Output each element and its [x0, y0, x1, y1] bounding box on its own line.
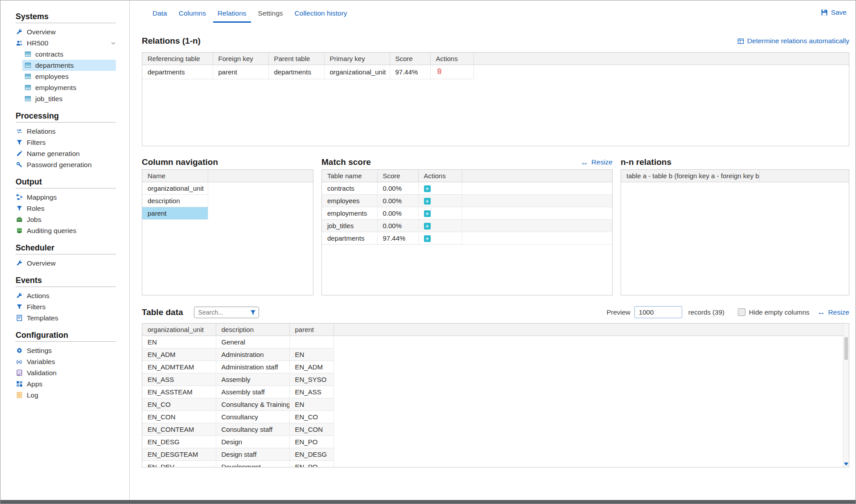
match-score-table: Table nameScoreActionscontracts0.00%+emp…	[321, 169, 613, 295]
sidebar-item-processing-filters[interactable]: Filters	[14, 137, 116, 148]
match-score-row[interactable]: employments0.00%+	[322, 207, 612, 219]
add-relation-button[interactable]: +	[424, 185, 431, 192]
nn-relations-column-header[interactable]: table a - table b (foreign key a - forei…	[621, 170, 759, 182]
match-score-row[interactable]: employees0.00%+	[322, 194, 612, 207]
match-score-column-header[interactable]: Score	[377, 170, 418, 182]
scrollbar-thumb[interactable]	[844, 337, 848, 360]
relations-column-header[interactable]: Parent table	[268, 53, 324, 65]
relations-icon	[16, 128, 23, 135]
tab-data[interactable]: Data	[148, 8, 172, 23]
table-row[interactable]: EN_COConsultancy & TrainingEN	[142, 398, 849, 410]
relation-row[interactable]: departmentsparentdepartmentsorganization…	[142, 65, 849, 79]
table-row[interactable]: EN_DESGDesignEN_PO	[142, 435, 849, 448]
divider	[16, 287, 116, 287]
table-data-resize-label: Resize	[828, 308, 849, 316]
sidebar-item-label: Password generation	[27, 161, 92, 169]
table-row[interactable]: EN_ASSAssemblyEN_SYSO	[142, 373, 849, 385]
match-score-column-header[interactable]: Actions	[418, 170, 462, 182]
add-relation-button[interactable]: +	[424, 198, 431, 205]
add-relation-button[interactable]: +	[424, 223, 431, 229]
tab-columns[interactable]: Columns	[174, 8, 210, 23]
divider	[16, 188, 116, 188]
match-score-row[interactable]: departments97.44%+	[322, 232, 612, 244]
tab-relations[interactable]: Relations	[213, 8, 251, 23]
save-button[interactable]: Save	[821, 8, 847, 16]
relations-column-header[interactable]: Actions	[430, 53, 473, 65]
table-data-title: Table data	[142, 307, 183, 317]
determine-relations-link[interactable]: Determine relations automatically	[737, 37, 849, 45]
match-score-column-header[interactable]: Table name	[322, 170, 377, 182]
tab-collection-history[interactable]: Collection history	[290, 8, 352, 23]
column-navigation-row[interactable]: organizational_unit	[142, 182, 313, 194]
table-row[interactable]: EN_ADMAdministrationEN	[142, 348, 849, 361]
log-icon	[16, 392, 23, 399]
column-navigation-row[interactable]: parent	[142, 207, 313, 219]
column-navigation-header[interactable]: Name	[142, 170, 208, 182]
sidebar-item-processing-password-generation[interactable]: Password generation	[14, 159, 116, 170]
add-relation-button[interactable]: +	[424, 210, 431, 217]
relations-column-header[interactable]: Primary key	[324, 53, 390, 65]
vertical-scrollbar[interactable]	[843, 324, 849, 467]
table-row[interactable]: EN_DEVDevelopmentEN_PO	[142, 460, 849, 467]
sidebar-item-systems-departments[interactable]: departments	[22, 60, 116, 71]
table-data-column-header[interactable]: description	[216, 324, 289, 336]
sidebar-item-events-actions[interactable]: Actions	[14, 290, 116, 301]
relations-column-header[interactable]: Referencing table	[142, 53, 213, 65]
sidebar-item-label: employments	[35, 84, 76, 92]
table-row[interactable]: EN_ADMTEAMAdministration staffEN_ADM	[142, 361, 849, 373]
scroll-down-icon[interactable]	[844, 463, 848, 466]
table-row[interactable]: EN_CONConsultancyEN_CO	[142, 410, 849, 423]
sidebar-item-processing-relations[interactable]: Relations	[14, 126, 116, 137]
column-navigation-table: Nameorganizational_unitdescriptionparent	[142, 169, 313, 295]
add-relation-button[interactable]: +	[424, 235, 431, 242]
sidebar-item-label: Mappings	[27, 193, 57, 201]
sidebar-item-label: Filters	[27, 303, 45, 311]
tab-bar: DataColumnsRelationsSettingsCollection h…	[148, 8, 352, 23]
sidebar-item-output-roles[interactable]: Roles	[14, 203, 116, 214]
sidebar-item-output-mappings[interactable]: Mappings	[14, 192, 116, 203]
delete-relation-icon[interactable]	[436, 68, 443, 74]
sidebar-item-configuration-log[interactable]: Log	[14, 389, 116, 401]
match-score-resize-link[interactable]: ↔ Resize	[581, 158, 613, 166]
preview-count-input[interactable]	[634, 306, 682, 318]
table-row[interactable]: ENGeneral	[142, 336, 849, 348]
relations-column-header[interactable]: Score	[390, 53, 430, 65]
sidebar-item-configuration-settings[interactable]: Settings	[14, 345, 116, 356]
topbar: DataColumnsRelationsSettingsCollection h…	[142, 0, 849, 23]
wrench-icon	[16, 260, 23, 267]
table-data-column-header[interactable]: organizational_unit	[142, 324, 216, 336]
sidebar-item-systems-employments[interactable]: employments	[22, 82, 116, 93]
sidebar-item-scheduler-overview[interactable]: Overview	[14, 258, 116, 269]
sidebar-item-systems-job-titles[interactable]: job_titles	[22, 93, 116, 104]
divider	[16, 122, 116, 123]
sidebar-item-label: Overview	[27, 28, 56, 36]
sidebar-item-configuration-apps[interactable]: Apps	[14, 378, 116, 389]
sidebar-item-label: Actions	[27, 292, 49, 300]
sidebar-item-configuration-validation[interactable]: Validation	[14, 367, 116, 378]
sidebar-item-systems-contracts[interactable]: contracts	[22, 49, 116, 60]
sidebar-item-label: Log	[27, 391, 38, 399]
filter-icon[interactable]	[250, 309, 256, 316]
sidebar-item-systems-employees[interactable]: employees	[22, 71, 116, 82]
match-score-row[interactable]: job_titles0.00%+	[322, 219, 612, 232]
sidebar-item-systems-hr500[interactable]: HR500	[14, 37, 116, 49]
tab-settings[interactable]: Settings	[254, 8, 288, 23]
table-row[interactable]: EN_ASSTEAMAssembly staffEN_ASS	[142, 385, 849, 398]
sidebar-item-output-auditing-queries[interactable]: Auditing queries	[14, 225, 116, 236]
chevron-down-icon[interactable]	[111, 41, 116, 46]
sidebar-item-output-jobs[interactable]: Jobs	[14, 214, 116, 225]
sidebar-item-processing-name-generation[interactable]: Name generation	[14, 148, 116, 159]
table-data-column-header[interactable]: parent	[289, 324, 333, 336]
table-row[interactable]: EN_DESGTEAMDesign staffEN_DESG	[142, 448, 849, 460]
table-row[interactable]: EN_CONTEAMConsultancy staffEN_CON	[142, 423, 849, 435]
wrench-icon	[16, 29, 23, 36]
table-data-resize-link[interactable]: ↔ Resize	[818, 308, 849, 316]
column-navigation-row[interactable]: description	[142, 194, 313, 207]
relations-column-header[interactable]: Foreign key	[213, 53, 268, 65]
hide-empty-columns-checkbox[interactable]	[738, 308, 745, 316]
sidebar-item-events-templates[interactable]: Templates	[14, 312, 116, 324]
sidebar-item-configuration-variables[interactable]: {x}Variables	[14, 356, 116, 367]
sidebar-item-events-filters[interactable]: Filters	[14, 301, 116, 312]
match-score-row[interactable]: contracts0.00%+	[322, 182, 612, 194]
sidebar-item-systems-overview[interactable]: Overview	[14, 26, 116, 37]
